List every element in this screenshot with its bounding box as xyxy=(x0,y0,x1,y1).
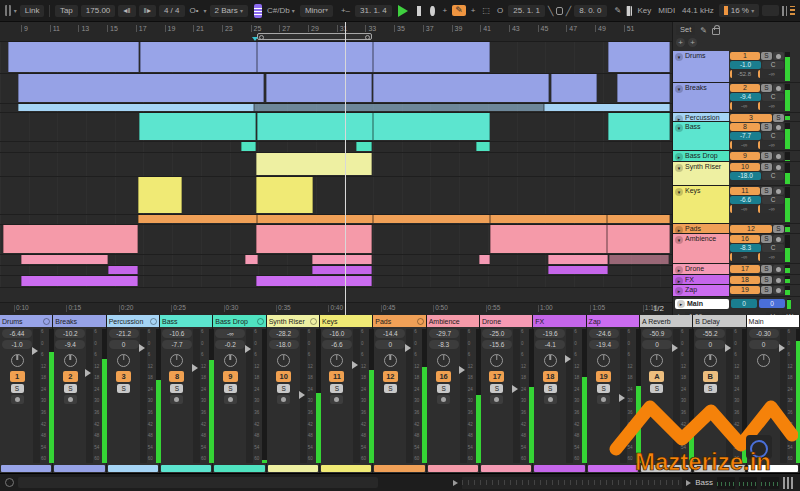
clip-ambience[interactable] xyxy=(256,225,372,253)
overdub-button[interactable]: + xyxy=(441,4,450,17)
pan-knob[interactable] xyxy=(11,354,24,367)
clip-play-icon[interactable] xyxy=(686,480,691,486)
pan-knob[interactable] xyxy=(64,354,77,367)
solo-button[interactable]: S xyxy=(761,123,772,131)
mixer-track-name[interactable]: A Reverb xyxy=(640,315,692,327)
volume-fader[interactable] xyxy=(140,329,147,463)
track-number-badge[interactable]: 8 xyxy=(730,123,760,131)
fader-handle[interactable] xyxy=(779,344,785,352)
preview-play-icon[interactable] xyxy=(453,480,458,486)
arm-button[interactable] xyxy=(170,395,183,404)
clip-keys[interactable] xyxy=(256,177,313,213)
send-field[interactable]: -52.8 xyxy=(730,70,757,78)
loop-length-field[interactable]: 8. 0. 0 xyxy=(574,5,606,17)
volume-fader[interactable] xyxy=(726,329,733,463)
capture-midi-button[interactable]: + xyxy=(469,4,478,17)
add-midi-track-button[interactable]: + xyxy=(688,38,697,47)
send-field[interactable]: -∞ xyxy=(730,253,757,261)
mixer-track-name[interactable]: Drone xyxy=(480,315,532,327)
clip-drums[interactable] xyxy=(608,42,670,72)
volume-field[interactable]: -9.4 xyxy=(55,340,85,349)
arm-button[interactable] xyxy=(773,235,784,243)
tempo-field[interactable]: 175.00 xyxy=(81,5,115,17)
mixer-track-name[interactable]: Drums xyxy=(0,315,52,327)
crossfade-color-strip[interactable] xyxy=(748,465,798,472)
pan-field[interactable]: C xyxy=(762,93,784,101)
pan-field[interactable]: C xyxy=(762,132,784,140)
arrangement-area[interactable]: 9111315171921232527293133353739414345474… xyxy=(0,22,672,315)
volume-field[interactable]: 0 xyxy=(642,340,672,349)
clip-fx[interactable] xyxy=(548,266,608,274)
peak-level-field[interactable]: -16.0 xyxy=(322,329,352,338)
arm-button[interactable] xyxy=(773,163,784,171)
pan-field[interactable]: C xyxy=(762,196,784,204)
mixer-track-name[interactable]: Pads xyxy=(373,315,425,327)
clip-ambience[interactable] xyxy=(490,225,607,253)
track-header-pads[interactable]: ▸Pads12S xyxy=(673,224,800,234)
send-field[interactable]: -∞ xyxy=(730,102,757,110)
volume-field[interactable]: -1.0 xyxy=(730,61,761,69)
clip-keys[interactable] xyxy=(138,177,182,213)
pan-knob[interactable] xyxy=(650,354,663,367)
clip-breaks[interactable] xyxy=(18,74,264,102)
volume-fader[interactable] xyxy=(33,329,40,463)
clip-synth-riser[interactable] xyxy=(256,153,372,175)
solo-button[interactable]: S xyxy=(384,384,397,393)
time-ruler[interactable]: 1/2 0:100:150:200:250:300:350:400:450:50… xyxy=(0,302,672,315)
hamburger-menu-icon[interactable] xyxy=(790,6,795,15)
fold-icon[interactable]: ▾ xyxy=(675,164,683,172)
volume-field[interactable]: -7.7 xyxy=(730,132,761,140)
peak-level-field[interactable]: -14.4 xyxy=(375,329,405,338)
computer-midi-keyboard-icon[interactable] xyxy=(626,6,632,16)
arm-button[interactable] xyxy=(224,395,237,404)
punch-in-button[interactable]: ╲ xyxy=(548,6,553,16)
pen-icon[interactable]: ✎ xyxy=(613,4,624,17)
crossfade-color-strip[interactable] xyxy=(321,465,371,472)
fader-handle[interactable] xyxy=(32,347,38,355)
pan-field[interactable]: C xyxy=(762,244,784,252)
pan-knob[interactable] xyxy=(330,354,343,367)
track-number-badge[interactable]: 2 xyxy=(730,84,760,92)
solo-button[interactable]: S xyxy=(773,225,784,233)
solo-button[interactable]: S xyxy=(773,114,784,122)
pan-field[interactable]: C xyxy=(762,172,784,180)
key-root-menu[interactable]: C#/Db ▾ xyxy=(265,4,297,17)
solo-button[interactable]: S xyxy=(761,235,772,243)
track-number-badge[interactable]: 12 xyxy=(383,371,398,382)
crossfade-color-strip[interactable] xyxy=(588,465,638,472)
track-header-drums[interactable]: ▾Drums1S-1.0C-52.8-∞ xyxy=(673,51,800,83)
track-number-badge[interactable]: 9 xyxy=(223,371,238,382)
clip-pads[interactable] xyxy=(257,215,373,223)
mixer-track-name[interactable]: Percussion xyxy=(107,315,159,327)
track-number-badge[interactable]: 1 xyxy=(10,371,25,382)
clip-percussion[interactable] xyxy=(254,104,544,111)
clip-bass[interactable] xyxy=(257,113,373,140)
clip-ambience[interactable] xyxy=(3,225,138,253)
mixer-track-name[interactable]: Bass Drop xyxy=(213,315,265,327)
play-button[interactable] xyxy=(398,5,408,17)
volume-fader[interactable] xyxy=(353,329,360,463)
volume-field[interactable]: -4.1 xyxy=(535,340,565,349)
clip-breaks[interactable] xyxy=(551,74,597,102)
crossfade-color-strip[interactable] xyxy=(108,465,158,472)
clip-drone[interactable] xyxy=(548,255,608,264)
peak-level-field[interactable]: -19.6 xyxy=(535,329,565,338)
track-number-badge[interactable]: 3 xyxy=(730,114,772,122)
main-fold-icon[interactable]: ▸ xyxy=(677,300,685,308)
tap-tempo-button[interactable]: Tap xyxy=(55,5,78,17)
clip-drone[interactable] xyxy=(21,255,108,264)
fader-handle[interactable] xyxy=(299,391,305,399)
crossfade-color-strip[interactable] xyxy=(534,465,584,472)
clip-zap[interactable] xyxy=(21,276,138,286)
clip-bass[interactable] xyxy=(139,113,256,140)
mixer-track-name[interactable]: Ambience xyxy=(427,315,479,327)
volume-field[interactable]: -8.3 xyxy=(730,244,761,252)
volume-field[interactable]: 0 xyxy=(109,340,139,349)
solo-button[interactable]: S xyxy=(704,384,717,393)
fold-icon[interactable]: ▾ xyxy=(675,188,683,196)
volume-fader[interactable] xyxy=(780,329,787,463)
follow-icon[interactable]: +– xyxy=(339,4,352,17)
volume-fader[interactable] xyxy=(620,329,627,463)
fader-handle[interactable] xyxy=(512,385,518,393)
track-header-ambience[interactable]: ▾Ambience16S-8.3C-∞-∞ xyxy=(673,234,800,264)
